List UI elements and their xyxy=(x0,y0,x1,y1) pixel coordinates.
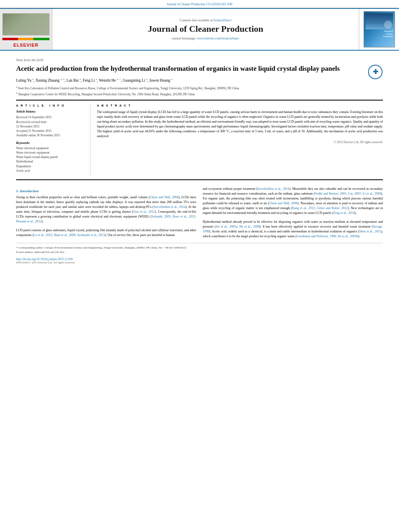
corresponding-author-note: * Corresponding author. College of Envir… xyxy=(16,246,383,250)
crossmark-icon: ✚ xyxy=(368,65,383,79)
journal-header-bar: Journal of Cleaner Production 113 (2016)… xyxy=(0,0,399,8)
email-link[interactable]: hithwz@163.com xyxy=(35,251,55,254)
email-label: E-mail address: xyxy=(16,251,34,254)
journal-header: ELSEVIER Contents lists available at Sci… xyxy=(0,8,399,51)
affiliation-b: b Shanghai Cooperative Centre for WEEE R… xyxy=(16,91,383,97)
journal-homepage-link[interactable]: www.elsevier.com/locate/jclepro xyxy=(197,37,239,40)
doi-area: http://dx.doi.org/10.1016/j.jclepro.2015… xyxy=(16,257,383,264)
doi-link[interactable]: http://dx.doi.org/10.1016/j.jclepro.2015… xyxy=(16,257,73,261)
body-area: 1. Introduction Owing to their excellent… xyxy=(16,187,383,264)
journal-cover-area: Journal of Cleaner Production xyxy=(359,9,399,50)
journal-title-area: Contents lists available at ScienceDirec… xyxy=(52,9,359,50)
elsevier-wordmark: ELSEVIER xyxy=(13,43,38,47)
intro-para-4: Hydrothermal method already proved to be… xyxy=(203,220,383,239)
thick-divider-top xyxy=(16,100,383,101)
keyword-6: Acetic acid xyxy=(16,168,86,173)
abstract-section-label: A B S T R A C T xyxy=(97,104,383,107)
science-direct-link[interactable]: ScienceDirect xyxy=(214,18,232,22)
keyword-2: Waste electronic equipment xyxy=(16,150,86,155)
keywords-block: Keywords: Waste electrical equipment Was… xyxy=(16,141,86,173)
article-title-text: Acetic acid production from the hydrothe… xyxy=(16,65,340,72)
affiliation-a: a State Key Laboratory of Pollution Cont… xyxy=(16,85,383,90)
crossmark-area[interactable]: ✚ xyxy=(368,64,383,80)
journal-homepage-line: journal homepage: www.elsevier.com/locat… xyxy=(172,37,239,40)
journal-citation: Journal of Cleaner Production 113 (2016)… xyxy=(167,2,232,6)
body-right-col: and ecosystem without proper treatment (… xyxy=(203,187,383,239)
article-info-abstract-area: A R T I C L E I N F O Article history: R… xyxy=(16,104,383,176)
abstract-text: The widespread usage of liquid crystal d… xyxy=(97,110,383,139)
elsevier-logo-area: ELSEVIER xyxy=(0,9,52,50)
doi-link-line: http://dx.doi.org/10.1016/j.jclepro.2015… xyxy=(16,257,383,261)
issn-line: 0959-6526/© 2015 Elsevier Ltd. All right… xyxy=(16,261,383,264)
accepted-date: Accepted 21 November 2015 xyxy=(16,129,86,133)
page: Journal of Cleaner Production 113 (2016)… xyxy=(0,0,399,268)
cover-text-line1: Journal of Cleaner Production xyxy=(383,30,393,38)
keyword-3: Waste liquid crystal display panels xyxy=(16,155,86,159)
article-info-section-label: A R T I C L E I N F O xyxy=(16,104,86,107)
journal-title: Journal of Cleaner Production xyxy=(148,24,263,34)
intro-para-3: and ecosystem without proper treatment (… xyxy=(203,187,383,216)
science-direct-line: Contents lists available at ScienceDirec… xyxy=(180,18,232,22)
thick-divider-bottom xyxy=(16,179,383,180)
available-online: Available online 30 November 2015 xyxy=(16,133,86,138)
article-history-block: Article history: Received 14 September 2… xyxy=(16,110,86,138)
intro-para-1: Owing to their excellent properties such… xyxy=(16,195,196,224)
intro-heading: 1. Introduction xyxy=(16,189,196,193)
footnote-area: * Corresponding author. College of Envir… xyxy=(16,243,383,254)
keywords-heading: Keywords: xyxy=(16,141,86,145)
keyword-4: Hydrothermal xyxy=(16,159,86,164)
keyword-1: Waste electrical equipment xyxy=(16,146,86,150)
article-history-heading: Article history: xyxy=(16,110,86,113)
journal-cover-image: Journal of Cleaner Production xyxy=(364,11,395,47)
keyword-5: Degradation xyxy=(16,164,86,168)
email-person: (W. He). xyxy=(55,251,65,254)
body-left-col: 1. Introduction Owing to their excellent… xyxy=(16,187,196,239)
elsevier-color-stripe xyxy=(2,38,49,40)
received-date: Received 14 September 2015 xyxy=(16,115,86,119)
article-title-area: Acetic acid production from the hydrothe… xyxy=(16,64,383,73)
received-revised-date: 12 November 2015 xyxy=(16,124,86,129)
article-info-column: A R T I C L E I N F O Article history: R… xyxy=(16,104,90,176)
note-label: Note from the field xyxy=(16,58,383,62)
intro-para-2: LCD panel consists of glass substrates, … xyxy=(16,228,196,238)
body-two-col: 1. Introduction Owing to their excellent… xyxy=(16,187,383,239)
abstract-column: A B S T R A C T The widespread usage of … xyxy=(97,104,383,176)
authors-line: Luling Yu a, Xuning Zhuang a, b, Lan Bai… xyxy=(16,77,383,84)
copyright-line: © 2015 Elsevier Ltd. All rights reserved… xyxy=(97,140,383,144)
main-content: Note from the field Acetic acid producti… xyxy=(0,51,399,268)
received-revised-label: Received in revised form xyxy=(16,120,86,124)
email-line: E-mail address: hithwz@163.com (W. He). xyxy=(16,250,383,255)
